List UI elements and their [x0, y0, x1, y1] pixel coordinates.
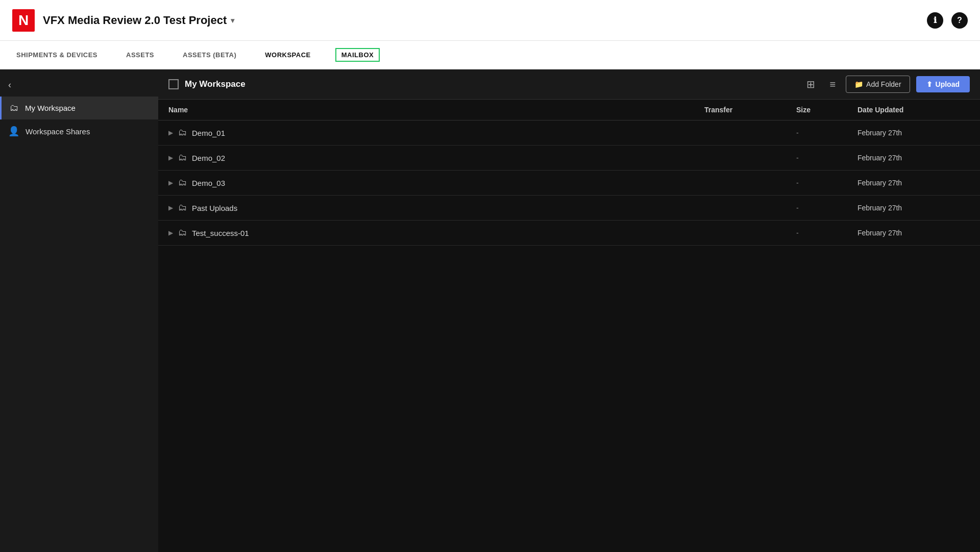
nav-item-assets-beta[interactable]: ASSETS (BETA) — [179, 49, 240, 61]
row-filename: Demo_03 — [192, 179, 225, 187]
list-view-button[interactable]: ≡ — [825, 77, 840, 92]
table-row[interactable]: ▶ 🗂 Test_success-01 - February 27th — [158, 221, 980, 246]
row-folder-icon: 🗂 — [178, 128, 187, 138]
row-folder-icon: 🗂 — [178, 153, 187, 163]
content-panel: My Workspace ⊞ ≡ 📁 Add Folder ⬆ Upload N… — [158, 69, 980, 552]
row-size: - — [796, 179, 857, 187]
row-folder-icon: 🗂 — [178, 203, 187, 213]
table-row[interactable]: ▶ 🗂 Demo_03 - February 27th — [158, 171, 980, 196]
sidebar-item-workspace-shares-label: Workspace Shares — [26, 127, 90, 136]
row-date: February 27th — [857, 179, 970, 187]
collapse-arrow-icon: ‹ — [8, 80, 11, 90]
upload-button[interactable]: ⬆ Upload — [916, 76, 970, 92]
row-name-3: ▶ 🗂 Past Uploads — [168, 203, 704, 213]
row-folder-icon: 🗂 — [178, 228, 187, 238]
upload-icon: ⬆ — [926, 80, 933, 88]
row-size: - — [796, 129, 857, 137]
nav-bar: SHIPMENTS & DEVICES ASSETS ASSETS (BETA)… — [0, 41, 980, 69]
row-folder-icon: 🗂 — [178, 178, 187, 188]
table-row[interactable]: ▶ 🗂 Demo_01 - February 27th — [158, 121, 980, 146]
folder-icon: 🗂 — [10, 103, 19, 113]
header-left: N VFX Media Review 2.0 Test Project ▾ — [12, 9, 234, 32]
row-name-4: ▶ 🗂 Test_success-01 — [168, 228, 704, 238]
info-icon[interactable]: ℹ — [927, 12, 943, 29]
table-header: Name Transfer Size Date Updated — [158, 100, 980, 121]
row-size: - — [796, 204, 857, 212]
row-chevron-icon: ▶ — [168, 154, 173, 161]
row-filename: Past Uploads — [192, 204, 237, 212]
nav-item-mailbox[interactable]: MAILBOX — [335, 48, 380, 62]
col-header-transfer: Transfer — [704, 106, 796, 114]
upload-label: Upload — [936, 80, 960, 88]
file-list: ▶ 🗂 Demo_01 - February 27th ▶ 🗂 Demo_02 … — [158, 121, 980, 246]
row-chevron-icon: ▶ — [168, 129, 173, 136]
row-chevron-icon: ▶ — [168, 204, 173, 211]
header-right: ℹ ? — [927, 12, 968, 29]
col-header-date: Date Updated — [857, 106, 970, 114]
row-chevron-icon: ▶ — [168, 229, 173, 236]
netflix-logo: N — [12, 9, 35, 32]
content-header: My Workspace ⊞ ≡ 📁 Add Folder ⬆ Upload — [158, 69, 980, 100]
nav-item-assets[interactable]: ASSETS — [122, 49, 158, 61]
content-header-right: ⊞ ≡ 📁 Add Folder ⬆ Upload — [802, 76, 970, 93]
row-date: February 27th — [857, 204, 970, 212]
row-filename: Demo_01 — [192, 129, 225, 137]
project-title-text: VFX Media Review 2.0 Test Project — [43, 14, 227, 27]
grid-view-button[interactable]: ⊞ — [802, 76, 819, 92]
row-name-0: ▶ 🗂 Demo_01 — [168, 128, 704, 138]
table-row[interactable]: ▶ 🗂 Past Uploads - February 27th — [158, 196, 980, 221]
sidebar-item-my-workspace-label: My Workspace — [25, 104, 76, 112]
content-title: My Workspace — [185, 79, 246, 89]
row-size: - — [796, 229, 857, 237]
sidebar-collapse-button[interactable]: ‹ — [0, 74, 158, 97]
row-filename: Demo_02 — [192, 154, 225, 162]
sidebar: ‹ 🗂 My Workspace 👤 Workspace Shares — [0, 69, 158, 552]
project-title-button[interactable]: VFX Media Review 2.0 Test Project ▾ — [43, 14, 234, 27]
top-header: N VFX Media Review 2.0 Test Project ▾ ℹ … — [0, 0, 980, 41]
project-title-caret: ▾ — [231, 16, 234, 25]
row-date: February 27th — [857, 229, 970, 237]
row-date: February 27th — [857, 129, 970, 137]
add-folder-button[interactable]: 📁 Add Folder — [846, 76, 910, 93]
row-filename: Test_success-01 — [192, 229, 249, 237]
col-header-size: Size — [796, 106, 857, 114]
main-layout: ‹ 🗂 My Workspace 👤 Workspace Shares My W… — [0, 69, 980, 552]
col-header-name: Name — [168, 106, 704, 114]
add-folder-label: Add Folder — [866, 80, 901, 88]
nav-item-shipments[interactable]: SHIPMENTS & DEVICES — [12, 49, 102, 61]
row-name-2: ▶ 🗂 Demo_03 — [168, 178, 704, 188]
folder-user-icon: 👤 — [8, 126, 19, 137]
row-date: February 27th — [857, 154, 970, 162]
row-chevron-icon: ▶ — [168, 179, 173, 186]
table-row[interactable]: ▶ 🗂 Demo_02 - February 27th — [158, 146, 980, 171]
help-icon[interactable]: ? — [951, 12, 968, 29]
content-header-left: My Workspace — [168, 79, 246, 89]
add-folder-icon: 📁 — [854, 80, 863, 88]
sidebar-item-workspace-shares[interactable]: 👤 Workspace Shares — [0, 119, 158, 143]
sidebar-item-my-workspace[interactable]: 🗂 My Workspace — [0, 97, 158, 119]
row-size: - — [796, 154, 857, 162]
row-name-1: ▶ 🗂 Demo_02 — [168, 153, 704, 163]
select-all-checkbox[interactable] — [168, 79, 179, 89]
nav-item-workspace[interactable]: WORKSPACE — [261, 49, 314, 61]
